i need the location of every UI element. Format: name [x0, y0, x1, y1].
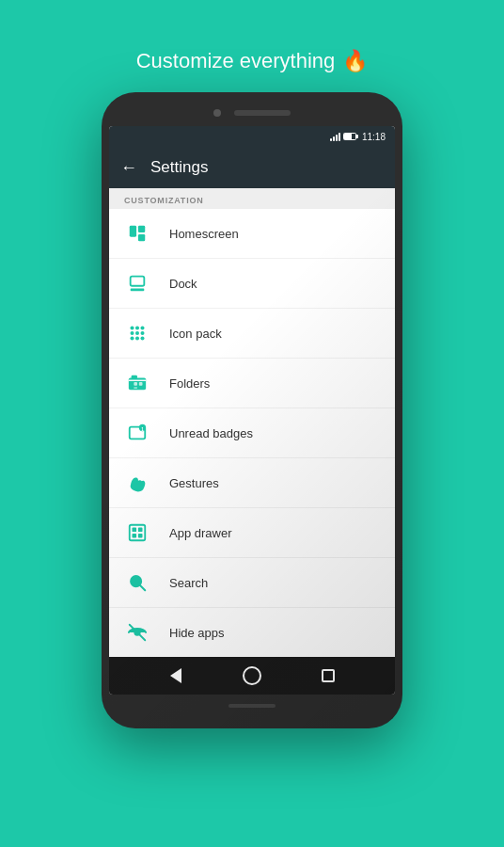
- svg-point-10: [140, 331, 144, 335]
- app-drawer-label: App drawer: [169, 526, 231, 540]
- svg-point-8: [130, 331, 134, 335]
- svg-rect-4: [131, 289, 145, 292]
- nav-bar: [109, 657, 395, 695]
- settings-item-icon-pack[interactable]: Icon pack: [109, 309, 395, 359]
- icon-pack-label: Icon pack: [169, 327, 222, 341]
- phone-screen: 11:18 ← Settings CUSTOMIZATION: [109, 126, 395, 695]
- search-label: Search: [169, 576, 208, 590]
- folders-icon: [124, 370, 150, 396]
- status-bar: 11:18: [109, 126, 395, 147]
- svg-point-7: [140, 326, 144, 329]
- svg-point-12: [135, 336, 139, 340]
- svg-rect-16: [134, 382, 137, 386]
- svg-point-11: [130, 336, 134, 340]
- svg-rect-25: [133, 534, 137, 538]
- hide-apps-icon: [124, 619, 150, 646]
- section-title: CUSTOMIZATION: [124, 196, 380, 205]
- section-header: CUSTOMIZATION: [109, 188, 395, 209]
- hide-apps-label: Hide apps: [169, 626, 225, 640]
- svg-rect-26: [138, 534, 143, 538]
- svg-rect-0: [130, 226, 136, 237]
- phone-top-sensors: [109, 105, 395, 126]
- settings-item-search[interactable]: Search: [109, 558, 395, 608]
- svg-rect-3: [131, 277, 145, 286]
- camera-dot: [213, 109, 221, 117]
- header-text: Customize everything 🔥: [136, 49, 369, 73]
- settings-item-dock[interactable]: Dock: [109, 259, 395, 309]
- svg-rect-22: [130, 525, 146, 541]
- settings-item-gestures[interactable]: Gestures: [109, 458, 395, 508]
- search-icon: [124, 569, 150, 596]
- settings-item-folders[interactable]: Folders: [109, 359, 395, 408]
- settings-item-hide-apps[interactable]: Hide apps: [109, 608, 395, 657]
- home-nav-button[interactable]: [237, 661, 267, 691]
- time-display: 11:18: [362, 132, 386, 142]
- svg-point-6: [135, 326, 139, 329]
- phone-shell: 11:18 ← Settings CUSTOMIZATION: [102, 92, 402, 728]
- settings-item-unread-badges[interactable]: 1 Unread badges: [109, 408, 395, 458]
- svg-rect-23: [133, 528, 137, 533]
- svg-point-5: [130, 326, 134, 329]
- svg-line-28: [140, 585, 146, 591]
- unread-badges-label: Unread badges: [169, 426, 253, 440]
- homescreen-icon: [124, 220, 150, 247]
- app-drawer-icon: [124, 519, 150, 546]
- fire-icon: 🔥: [342, 49, 368, 73]
- folders-label: Folders: [169, 376, 210, 391]
- recents-nav-button[interactable]: [313, 661, 343, 691]
- svg-point-30: [134, 630, 140, 635]
- header-title: Customize everything: [136, 49, 336, 73]
- back-nav-button[interactable]: [161, 661, 191, 691]
- gestures-icon: [124, 470, 150, 496]
- settings-list: Homescreen Dock: [109, 209, 395, 657]
- page-title: Settings: [150, 158, 208, 177]
- svg-rect-18: [134, 387, 137, 389]
- settings-item-app-drawer[interactable]: App drawer: [109, 508, 395, 558]
- icon-pack-icon: [124, 320, 150, 346]
- speaker-bar: [234, 110, 291, 116]
- back-button[interactable]: ←: [120, 158, 137, 178]
- svg-rect-24: [138, 528, 143, 533]
- dock-icon: [124, 270, 150, 296]
- svg-rect-17: [139, 382, 143, 386]
- svg-rect-2: [138, 234, 145, 241]
- svg-rect-1: [138, 226, 145, 232]
- phone-bottom: [109, 695, 395, 711]
- homescreen-label: Homescreen: [169, 227, 239, 241]
- app-bar: ← Settings: [109, 147, 395, 188]
- svg-rect-15: [132, 376, 137, 379]
- settings-item-homescreen[interactable]: Homescreen: [109, 209, 395, 259]
- dock-label: Dock: [169, 277, 197, 291]
- signal-icon: [330, 132, 340, 141]
- gestures-label: Gestures: [169, 476, 219, 490]
- svg-point-9: [135, 331, 139, 335]
- bottom-bar: [228, 704, 276, 708]
- battery-icon: [343, 133, 356, 140]
- svg-point-13: [140, 336, 144, 340]
- unread-badges-icon: 1: [124, 420, 150, 446]
